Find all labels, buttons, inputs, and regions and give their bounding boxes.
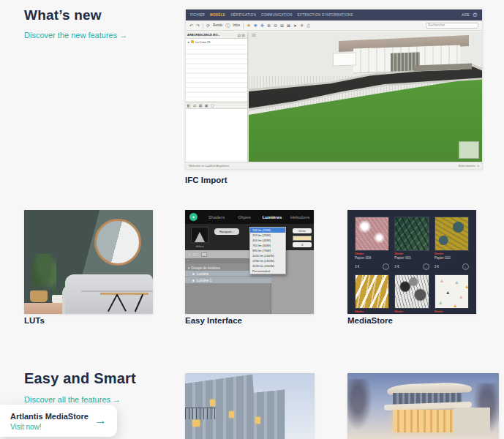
luts-image[interactable] — [24, 210, 153, 314]
lower-panel-icons: ◧ ⇄ ▦ ▣ ▢ — [187, 103, 215, 108]
print-icon: ⎙ — [306, 23, 310, 28]
triangle-icon: ▲ — [440, 278, 445, 283]
expand-caret-icon: ▸ — [188, 40, 189, 44]
lit-window — [255, 417, 260, 424]
dropdown-option: Personnalisé — [250, 269, 285, 274]
move-icon: ✥ — [260, 23, 264, 28]
menu-item-communication: COMMUNICATION — [261, 13, 293, 17]
toast-subtitle[interactable]: Visit now! — [10, 423, 89, 431]
building-photo-left[interactable] — [185, 373, 315, 439]
viewport-3d-label: 3D — [252, 34, 256, 37]
lit-window — [229, 411, 234, 418]
tab-shaders: Shaders — [203, 215, 230, 220]
plant — [31, 254, 56, 290]
gauge-values: 9° 99° — [188, 252, 198, 257]
menu-item-modele: MODÈLE — [210, 13, 225, 17]
viewport-3d: 3D — [249, 31, 482, 162]
lit-window — [210, 399, 215, 406]
angle-field: 3 — [293, 242, 312, 247]
mediastore-tile: Shader Papier 005 — [394, 274, 429, 314]
easy-interface-image[interactable]: ✦ Shaders Objets Lumières Héliodons défa… — [185, 210, 314, 314]
basket-pot — [30, 290, 48, 302]
app-menubar: FICHIER MODÈLE VÉRIFICATION COMMUNICATIO… — [186, 10, 482, 20]
app-search-input — [426, 23, 478, 29]
easy-tabbar: ✦ Shaders Objets Lumières Héliodons — [185, 210, 314, 224]
settings-icon: ⚙ — [473, 12, 478, 18]
triangle-icon: ▲ — [438, 300, 443, 305]
dropdown-option: 440 lm (40W) — [250, 238, 285, 243]
shader-tag: Shader — [355, 310, 389, 313]
app-body: ARBORESCENCE MO... ▤▥ ▸ La Croix 29 ◧ ⇄ … — [186, 31, 482, 162]
model-cube2-icon: ❖ — [254, 23, 257, 28]
lower-panel-header: ◧ ⇄ ▦ ▣ ▢ — [186, 102, 247, 109]
dropdown-option: 990 lm (75W) — [250, 248, 285, 253]
round-mirror — [94, 219, 141, 266]
wallpaper-thumb-mustard-floral — [435, 217, 469, 251]
price: 3 € — [394, 265, 399, 269]
house-model — [333, 38, 478, 81]
dropdown-option-selected: 130 lm (15W) — [250, 228, 285, 233]
rendu-dropdown: Rendu — [213, 23, 222, 27]
search-icon: ⌕ — [187, 258, 189, 262]
download-icon: ↓ — [423, 263, 429, 270]
lumen-field: 00 lm — [293, 228, 312, 233]
light-row: Lumière 1 — [185, 277, 271, 283]
toolbar-divider — [243, 23, 244, 29]
wallpaper-thumb-bw-foliage — [394, 274, 429, 309]
app-statusbar: Welcome to CadSoft Anywhere Sélectionnés… — [186, 162, 482, 169]
tree-item-label: La Croix 29 — [195, 40, 210, 44]
model-cube-icon: ❖ — [247, 23, 250, 28]
easy-smart-title: Easy and Smart — [24, 370, 136, 387]
whats-new-link[interactable]: Discover the new features → — [24, 31, 127, 40]
dropdown-option: 3220 lm (200W) — [250, 263, 285, 269]
light-thumbnail-label: défaut — [191, 244, 208, 248]
mediastore-toast[interactable]: Artlantis MediaStore Visit now! → — [0, 405, 117, 437]
status-left: Welcome to CadSoft Anywhere — [189, 164, 229, 168]
wallpaper-thumb-rose — [355, 217, 389, 251]
tile-name: Papier 008 — [355, 256, 389, 260]
color-swatch — [293, 236, 312, 241]
menu-item-aide: AIDE — [462, 13, 470, 17]
naviguer-button: Naviguer... — [214, 228, 239, 235]
shader-tag: Shader — [394, 310, 429, 313]
tile-name: Papier 010 — [435, 256, 469, 260]
menu-item-extraction: EXTRACTION D'INFORMATIONS — [298, 13, 353, 17]
navigation-widget — [459, 141, 479, 159]
tree-rows — [186, 45, 247, 102]
mediastore-tile: ▲ ▲ ▲ ▲ ▲ ▲ ▲ Shader Papier 002 — [435, 274, 469, 314]
mediastore-grid: Shader Papier 008 3 € ↓ Shader Papier 00… — [355, 217, 469, 314]
house-photo-right[interactable] — [347, 373, 499, 439]
light-bullet-icon — [192, 279, 195, 282]
caret-down-icon: ▾ — [188, 266, 189, 270]
ifc-import-screenshot[interactable]: FICHIER MODÈLE VÉRIFICATION COMMUNICATIO… — [185, 9, 483, 170]
section-plane-icon: ✈ — [300, 23, 304, 28]
folder-icon — [191, 40, 194, 43]
download-icon: ↓ — [383, 263, 389, 270]
page: What’s new Discover the new features → F… — [0, 0, 504, 439]
shader-tag: Shader — [394, 252, 429, 255]
mediastore-tile: Shader Papier 009 — [355, 274, 389, 314]
puissance-dropdown: 130 lm (15W) 240 lm (25W) 440 lm (40W) 7… — [249, 227, 286, 274]
dropdown-option: 750 lm (60W) — [250, 243, 285, 248]
ifc-import-caption: IFC Import — [185, 176, 227, 184]
triangle-icon: ▲ — [453, 303, 458, 308]
lit-window — [192, 420, 200, 427]
tree-panel-header: ARBORESCENCE MO... ▤▥ — [186, 31, 247, 39]
lower-panel-body — [186, 109, 247, 160]
artlantis-logo-icon: ✦ — [189, 213, 198, 221]
light-bullet-icon — [192, 273, 195, 275]
dropdown-option: 2290 lm (150W) — [250, 258, 285, 263]
easy-smart-link[interactable]: Discover all the features → — [24, 395, 121, 404]
infos-dropdown: Infos — [233, 23, 240, 27]
price-row: 3 € ↓ — [355, 263, 389, 270]
mediastore-image[interactable]: Shader Papier 008 3 € ↓ Shader Papier 00… — [347, 210, 476, 314]
light-cone-icon — [195, 232, 205, 242]
app-toolbar: ↶ ↷ ⟳ Rendu ⓘ Infos ❖ ❖ ✥ ⊕ ⊖ ⊞ ⊠ ➤ ✈ ⎙ — [186, 20, 482, 31]
arrow-right-icon[interactable]: → — [94, 413, 107, 428]
tab-objets: Objets — [230, 215, 258, 220]
status-right: Sélectionnés : 0 — [459, 164, 479, 168]
zoom-window-icon: ⊠ — [287, 23, 290, 28]
triangle-icon: ▲ — [459, 294, 464, 299]
redo-icon: ↷ — [196, 23, 200, 28]
toolbar-divider — [203, 23, 203, 29]
